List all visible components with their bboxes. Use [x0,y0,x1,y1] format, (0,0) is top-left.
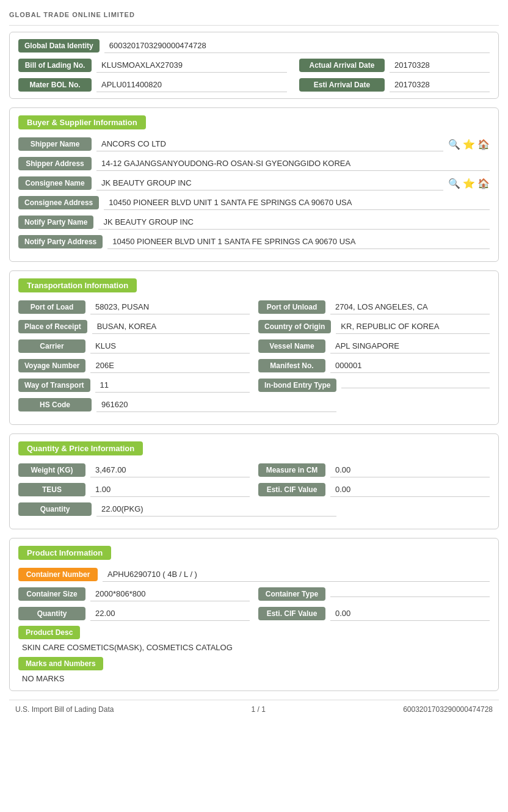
product-desc-label: Product Desc [18,626,80,639]
country-of-origin-value: KR, REPUBLIC OF KOREA [336,319,490,334]
container-size-type-row: Container Size 2000*806*800 Container Ty… [18,587,490,601]
product-section: Product Information Container Number APH… [9,538,499,691]
global-data-identity-row: Global Data Identity 6003201703290000474… [18,38,490,53]
quantity-price-title: Quantity & Price Information [18,441,143,455]
container-number-value: APHU6290710 ( 4B / L / ) [103,567,490,582]
product-esti-cif-col: Esti. CIF Value 0.00 [258,606,490,621]
notify-party-name-value: JK BEAUTY GROUP INC [98,215,490,230]
shipper-search-icon[interactable]: 🔍 [448,139,460,150]
hs-code-row: HS Code 961620 [18,397,490,412]
marks-container: Marks and Numbers [18,652,490,674]
carrier-label: Carrier [18,339,85,353]
way-of-transport-label: Way of Transport [18,379,90,392]
logo-bar: GLOBAL TRADE ONLINE LIMITED [9,6,499,26]
shipper-star-icon[interactable]: ⭐ [463,139,475,150]
actual-arrival-date-label: Actual Arrival Date [299,59,385,72]
product-quantity-label: Quantity [18,607,85,620]
footer-center: 1 / 1 [252,705,266,714]
product-esti-cif-label: Esti. CIF Value [258,607,325,620]
global-data-identity-value: 6003201703290000474728 [104,38,490,53]
vessel-name-label: Vessel Name [258,339,325,353]
carrier-vessel-row: Carrier KLUS Vessel Name APL SINGAPORE [18,339,490,353]
bol-row: Bill of Lading No. KLUSMOAXLAX27039 Actu… [18,58,490,73]
shipper-icons: 🔍 ⭐ 🏠 [448,139,490,150]
container-size-label: Container Size [18,587,85,601]
shipper-name-row: Shipper Name ANCORS CO LTD 🔍 ⭐ 🏠 [18,137,490,151]
notify-party-address-value: 10450 PIONEER BLVD UNIT 1 SANTA FE SPRIN… [107,234,490,249]
marks-and-numbers-label: Marks and Numbers [18,657,103,670]
quantity-label: Quantity [18,502,92,516]
voyage-number-col: Voyage Number 206E [18,358,250,373]
notify-party-name-label: Notify Party Name [18,216,93,229]
voyage-manifest-row: Voyage Number 206E Manifest No. 000001 [18,358,490,373]
bill-of-lading-label: Bill of Lading No. [18,59,92,72]
place-of-receipt-value: BUSAN, KOREA [92,319,250,334]
marks-and-numbers-text: NO MARKS [18,673,68,684]
hs-code-label: HS Code [18,398,92,411]
voyage-number-label: Voyage Number [18,359,85,372]
manifest-no-value: 000001 [330,358,490,373]
quantity-value: 22.00(PKG) [96,502,336,517]
shipper-home-icon[interactable]: 🏠 [477,139,490,150]
container-number-row: Container Number APHU6290710 ( 4B / L / … [18,567,490,582]
in-bond-entry-value [341,383,490,388]
country-of-origin-label: Country of Origin [258,320,331,333]
container-number-label: Container Number [18,568,98,581]
manifest-no-label: Manifest No. [258,359,325,372]
consignee-search-icon[interactable]: 🔍 [448,178,460,189]
mater-bol-label: Mater BOL No. [18,78,92,92]
container-type-col: Container Type [258,587,490,601]
transportation-title: Transportation Information [18,278,137,292]
shipper-name-label: Shipper Name [18,137,92,151]
weight-col: Weight (KG) 3,467.00 [18,463,250,477]
buyer-supplier-section: Buyer & Supplier Information Shipper Nam… [9,107,499,262]
carrier-value: KLUS [90,339,250,353]
marks-text-row: NO MARKS [18,674,490,683]
esti-cif-label: Esti. CIF Value [258,483,325,496]
notify-party-name-row: Notify Party Name JK BEAUTY GROUP INC [18,215,490,230]
hs-code-value: 961620 [96,397,336,412]
consignee-star-icon[interactable]: ⭐ [463,178,475,189]
transport-inbond-row: Way of Transport 11 In-bond Entry Type [18,378,490,393]
teus-value: 1.00 [90,482,250,497]
place-of-receipt-label: Place of Receipt [18,320,87,333]
esti-arrival-date-label: Esti Arrival Date [299,78,385,92]
shipper-address-row: Shipper Address 14-12 GAJANGSANYOUDONG-R… [18,156,490,171]
notify-party-address-label: Notify Party Address [18,235,103,248]
weight-kg-value: 3,467.00 [90,463,250,477]
consignee-name-value: JK BEAUTY GROUP INC [96,176,443,190]
esti-arrival-date-value: 20170328 [390,78,490,92]
teus-cif-row: TEUS 1.00 Esti. CIF Value 0.00 [18,482,490,497]
notify-party-address-row: Notify Party Address 10450 PIONEER BLVD … [18,234,490,249]
product-desc-text-row: SKIN CARE COSMETICS(MASK), COSMETICS CAT… [18,643,490,652]
measure-in-cm-label: Measure in CM [258,463,325,477]
port-of-load-col: Port of Load 58023, PUSAN [18,300,250,314]
mater-bol-value: APLU011400820 [96,78,287,92]
esti-cif-value: 0.00 [330,482,490,497]
voyage-number-value: 206E [90,358,250,373]
shipper-address-value: 14-12 GAJANGSANYOUDONG-RO OSAN-SI GYEONG… [96,156,490,171]
quantity-price-section: Quantity & Price Information Weight (KG)… [9,433,499,529]
top-fields-container: Global Data Identity 6003201703290000474… [9,32,499,99]
product-desc-container: Product Desc [18,626,490,643]
weight-measure-row: Weight (KG) 3,467.00 Measure in CM 0.00 [18,463,490,477]
receipt-origin-row: Place of Receipt BUSAN, KOREA Country of… [18,319,490,334]
port-of-unload-value: 2704, LOS ANGELES, CA [330,300,490,314]
actual-arrival-date-value: 20170328 [390,58,490,73]
port-row: Port of Load 58023, PUSAN Port of Unload… [18,300,490,314]
global-data-identity-label: Global Data Identity [18,39,100,53]
weight-kg-label: Weight (KG) [18,463,85,477]
port-of-unload-col: Port of Unload 2704, LOS ANGELES, CA [258,300,490,314]
consignee-name-row: Consignee Name JK BEAUTY GROUP INC 🔍 ⭐ 🏠 [18,176,490,190]
in-bond-entry-label: In-bond Entry Type [258,379,336,392]
consignee-home-icon[interactable]: 🏠 [477,178,490,189]
quantity-row: Quantity 22.00(PKG) [18,502,490,517]
way-of-transport-col: Way of Transport 11 [18,378,250,393]
product-qty-cif-row: Quantity 22.00 Esti. CIF Value 0.00 [18,606,490,621]
mater-bol-row: Mater BOL No. APLU011400820 Esti Arrival… [18,78,490,92]
product-quantity-col: Quantity 22.00 [18,606,250,621]
footer-left: U.S. Import Bill of Lading Data [15,705,114,714]
measure-in-cm-value: 0.00 [330,463,490,477]
shipper-name-value: ANCORS CO LTD [96,137,443,151]
carrier-col: Carrier KLUS [18,339,250,353]
